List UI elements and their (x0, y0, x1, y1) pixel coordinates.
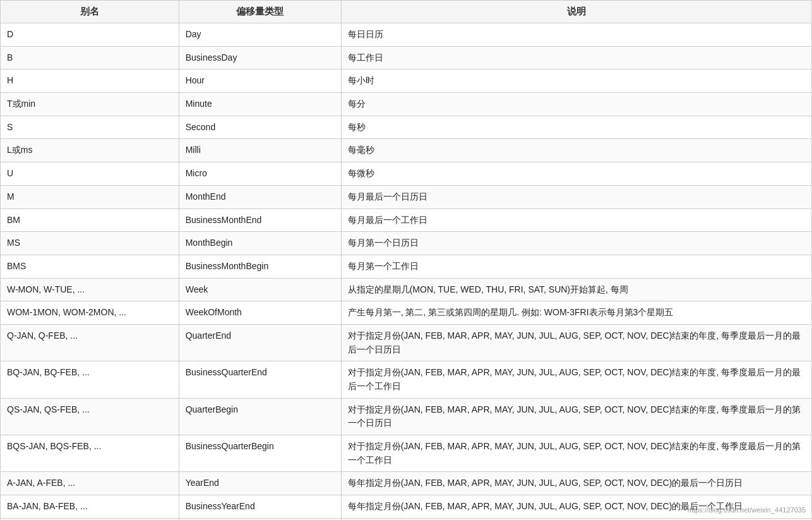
cell-offset-type: BusinessMonthBegin (179, 255, 341, 278)
cell-desc: 对于指定月份(JAN, FEB, MAR, APR, MAY, JUN, JUL… (341, 324, 811, 361)
cell-desc: 每分 (341, 93, 811, 116)
table-row: WOM-1MON, WOM-2MON, ...WeekOfMonth产生每月第一… (1, 301, 812, 325)
cell-desc: 每微秒 (341, 162, 811, 186)
cell-desc: 每小时 (341, 70, 811, 93)
cell-offset-type: Minute (179, 93, 341, 116)
cell-alias: U (1, 162, 179, 186)
cell-desc: 产生每月第一, 第二, 第三或第四周的星期几. 例如: WOM-3FRI表示每月… (341, 301, 811, 325)
table-row: SSecond每秒 (1, 116, 812, 139)
cell-alias: T或min (1, 93, 179, 116)
table-row: BQS-JAN, BQS-FEB, ...BusinessQuarterBegi… (1, 435, 812, 472)
cell-alias: B (1, 46, 179, 70)
cell-alias: MS (1, 232, 179, 255)
header-desc: 说明 (341, 1, 811, 23)
cell-alias: BM (1, 209, 179, 232)
cell-desc: 每日日历 (341, 23, 811, 47)
cell-desc: 从指定的星期几(MON, TUE, WED, THU, FRI, SAT, SU… (341, 278, 811, 301)
table-row: BBusinessDay每工作日 (1, 46, 812, 70)
table-row: BMBusinessMonthEnd每月最后一个工作日 (1, 209, 812, 232)
cell-offset-type: Week (179, 278, 341, 301)
cell-offset-type: YearEnd (179, 472, 341, 495)
table-row: HHour每小时 (1, 70, 812, 93)
watermark: https://blog.csdn.net/weixin_44127035 (688, 506, 806, 514)
cell-alias: WOM-1MON, WOM-2MON, ... (1, 301, 179, 325)
cell-desc: 每年指定月份(JAN, FEB, MAR, APR, MAY, JUN, JUL… (341, 472, 811, 495)
table-row: MMonthEnd每月最后一个日历日 (1, 185, 812, 209)
main-container: 别名 偏移量类型 说明 DDay每日日历BBusinessDay每工作日HHou… (0, 0, 812, 520)
cell-desc: 每月第一个日历日 (341, 232, 811, 255)
cell-offset-type: QuarterBegin (179, 398, 341, 435)
cell-alias: L或ms (1, 139, 179, 162)
cell-alias: BQS-JAN, BQS-FEB, ... (1, 435, 179, 472)
cell-alias: W-MON, W-TUE, ... (1, 278, 179, 301)
cell-alias: BQ-JAN, BQ-FEB, ... (1, 361, 179, 398)
cell-offset-type: BusinessDay (179, 46, 341, 70)
cell-alias: QS-JAN, QS-FEB, ... (1, 398, 179, 435)
cell-offset-type: MonthBegin (179, 232, 341, 255)
cell-offset-type: Hour (179, 70, 341, 93)
cell-alias: H (1, 70, 179, 93)
cell-offset-type: BusinessYearEnd (179, 495, 341, 519)
cell-offset-type: BusinessQuarterBegin (179, 435, 341, 472)
table-row: L或msMilli每毫秒 (1, 139, 812, 162)
cell-alias: Q-JAN, Q-FEB, ... (1, 324, 179, 361)
header-alias: 别名 (1, 1, 179, 23)
cell-offset-type: BusinessMonthEnd (179, 209, 341, 232)
cell-alias: BMS (1, 255, 179, 278)
cell-desc: 每月最后一个日历日 (341, 185, 811, 209)
table-header-row: 别名 偏移量类型 说明 (1, 1, 812, 23)
cell-offset-type: Milli (179, 139, 341, 162)
cell-desc: 每秒 (341, 116, 811, 139)
cell-desc: 对于指定月份(JAN, FEB, MAR, APR, MAY, JUN, JUL… (341, 361, 811, 398)
cell-desc: 对于指定月份(JAN, FEB, MAR, APR, MAY, JUN, JUL… (341, 398, 811, 435)
offset-table: 别名 偏移量类型 说明 DDay每日日历BBusinessDay每工作日HHou… (0, 0, 812, 520)
table-row: BQ-JAN, BQ-FEB, ...BusinessQuarterEnd对于指… (1, 361, 812, 398)
cell-desc: 对于指定月份(JAN, FEB, MAR, APR, MAY, JUN, JUL… (341, 435, 811, 472)
cell-desc: 每毫秒 (341, 139, 811, 162)
cell-alias: A-JAN, A-FEB, ... (1, 472, 179, 495)
table-row: UMicro每微秒 (1, 162, 812, 186)
table-row: T或minMinute每分 (1, 93, 812, 116)
cell-offset-type: Day (179, 23, 341, 47)
cell-desc: 每月第一个工作日 (341, 255, 811, 278)
table-row: W-MON, W-TUE, ...Week从指定的星期几(MON, TUE, W… (1, 278, 812, 301)
cell-offset-type: WeekOfMonth (179, 301, 341, 325)
table-row: MSMonthBegin每月第一个日历日 (1, 232, 812, 255)
cell-desc: 每工作日 (341, 46, 811, 70)
cell-offset-type: QuarterEnd (179, 324, 341, 361)
header-offset-type: 偏移量类型 (179, 1, 341, 23)
table-row: Q-JAN, Q-FEB, ...QuarterEnd对于指定月份(JAN, F… (1, 324, 812, 361)
table-row: QS-JAN, QS-FEB, ...QuarterBegin对于指定月份(JA… (1, 398, 812, 435)
cell-alias: S (1, 116, 179, 139)
cell-desc: 每月最后一个工作日 (341, 209, 811, 232)
cell-offset-type: MonthEnd (179, 185, 341, 209)
cell-offset-type: Second (179, 116, 341, 139)
table-row: DDay每日日历 (1, 23, 812, 47)
cell-alias: M (1, 185, 179, 209)
cell-alias: D (1, 23, 179, 47)
table-row: A-JAN, A-FEB, ...YearEnd每年指定月份(JAN, FEB,… (1, 472, 812, 495)
cell-offset-type: Micro (179, 162, 341, 186)
table-row: BMSBusinessMonthBegin每月第一个工作日 (1, 255, 812, 278)
cell-offset-type: BusinessQuarterEnd (179, 361, 341, 398)
cell-alias: BA-JAN, BA-FEB, ... (1, 495, 179, 519)
